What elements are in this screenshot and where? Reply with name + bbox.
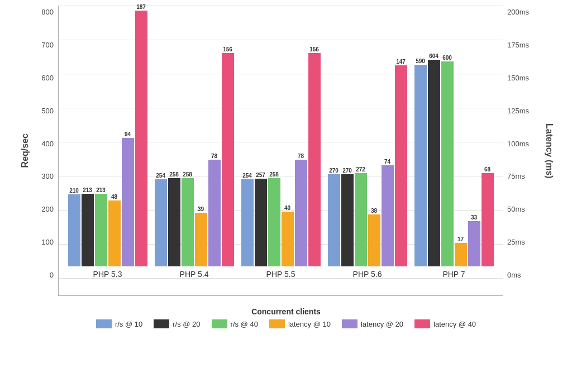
chart-area: Req/sec 0100200300400500600700800 210213… bbox=[18, 6, 554, 296]
y-axis-right-label: Latency (ms) bbox=[542, 123, 554, 179]
bar-value: 213 bbox=[83, 187, 92, 193]
y-tick-left: 500 bbox=[41, 107, 54, 115]
bar-value: 74 bbox=[384, 159, 390, 165]
bar-value: 156 bbox=[223, 46, 232, 52]
bar bbox=[255, 179, 267, 266]
legend-item-label: r/s @ 40 bbox=[231, 320, 258, 328]
bar bbox=[122, 138, 134, 266]
bar-wrapper: 210 bbox=[68, 188, 80, 266]
legend-item-label: latency @ 20 bbox=[361, 320, 403, 328]
bar-value: 258 bbox=[269, 171, 279, 178]
bar-value: 38 bbox=[371, 208, 377, 214]
bar bbox=[241, 179, 254, 266]
y-tick-right: 25ms bbox=[507, 238, 525, 246]
legend-item-label: r/s @ 20 bbox=[173, 320, 200, 328]
bar bbox=[155, 179, 167, 266]
bar-group: 2702702723874147PHP 5.6 bbox=[328, 59, 407, 279]
bar-value: 590 bbox=[416, 58, 425, 64]
bar bbox=[82, 194, 94, 266]
bar bbox=[95, 194, 107, 266]
bar bbox=[282, 212, 294, 266]
y-tick-left: 200 bbox=[41, 205, 54, 213]
bar-wrapper: 257 bbox=[255, 172, 267, 266]
legend-area: Concurrent clients r/s @ 10r/s @ 20r/s @… bbox=[18, 307, 554, 328]
chart-container: Req/sec 0100200300400500600700800 210213… bbox=[18, 6, 554, 328]
bar-wrapper: 600 bbox=[441, 55, 454, 267]
bar-value: 78 bbox=[211, 153, 217, 159]
bar-wrapper: 254 bbox=[155, 173, 167, 266]
y-tick-left: 0 bbox=[50, 271, 54, 279]
bar-value: 94 bbox=[125, 131, 131, 137]
y-tick-right: 0ms bbox=[507, 271, 521, 279]
bar bbox=[328, 174, 340, 266]
y-tick-right: 125ms bbox=[507, 107, 529, 115]
bar-wrapper: 270 bbox=[328, 168, 340, 266]
y-tick-left: 800 bbox=[41, 8, 54, 16]
legend-item: latency @ 10 bbox=[269, 319, 331, 328]
legend-color-swatch bbox=[342, 319, 358, 328]
bar-value: 270 bbox=[342, 168, 352, 174]
legend-item: r/s @ 20 bbox=[154, 319, 200, 328]
bar-group: 2102132134894187PHP 5.3 bbox=[68, 4, 147, 279]
bar-value: 600 bbox=[442, 55, 452, 61]
legend-item-label: r/s @ 10 bbox=[115, 320, 142, 328]
legend-item: latency @ 40 bbox=[414, 319, 476, 328]
bar-wrapper: 78 bbox=[295, 153, 307, 266]
y-tick-right: 50ms bbox=[507, 205, 525, 213]
y-axis-left-label: Req/sec bbox=[18, 133, 30, 168]
bar-group: 2542582583978156PHP 5.4 bbox=[155, 46, 234, 279]
bar-wrapper: 38 bbox=[368, 208, 380, 266]
group-label: PHP 5.4 bbox=[180, 270, 209, 279]
legend-item-label: latency @ 10 bbox=[288, 320, 331, 328]
bars: 2542572584078156 bbox=[241, 46, 321, 266]
bar bbox=[468, 221, 480, 266]
bar-value: 604 bbox=[429, 53, 438, 59]
bar-wrapper: 213 bbox=[82, 187, 94, 266]
bar-wrapper: 17 bbox=[455, 236, 467, 266]
y-tick-left: 400 bbox=[41, 140, 54, 148]
bar-wrapper: 33 bbox=[468, 214, 480, 266]
bar-wrapper: 156 bbox=[308, 46, 321, 266]
groups-container: 2102132134894187PHP 5.32542582583978156P… bbox=[59, 6, 503, 279]
bar bbox=[341, 174, 354, 266]
y-tick-left: 100 bbox=[41, 238, 54, 246]
y-tick-right: 175ms bbox=[507, 41, 529, 49]
bar bbox=[368, 214, 380, 266]
bar bbox=[208, 160, 221, 266]
bars: 2542582583978156 bbox=[155, 46, 234, 266]
bar-value: 270 bbox=[329, 168, 339, 174]
bar bbox=[222, 53, 234, 266]
group-label: PHP 5.6 bbox=[353, 270, 382, 279]
bar bbox=[455, 243, 467, 266]
bar-wrapper: 94 bbox=[122, 131, 134, 266]
bar-value: 147 bbox=[396, 59, 406, 65]
bar-value: 17 bbox=[457, 236, 464, 242]
y-axis-right: 0ms25ms50ms75ms100ms125ms150ms175ms200ms bbox=[503, 6, 542, 296]
bar-value: 48 bbox=[111, 194, 117, 200]
plot-area: 2102132134894187PHP 5.32542582583978156P… bbox=[58, 6, 503, 296]
bar-wrapper: 590 bbox=[414, 58, 427, 266]
y-tick-left: 300 bbox=[41, 172, 54, 180]
legend-item-label: latency @ 40 bbox=[433, 320, 476, 328]
bar bbox=[428, 60, 440, 266]
bar bbox=[182, 178, 194, 266]
bar bbox=[195, 213, 207, 266]
bar-value: 187 bbox=[136, 4, 146, 10]
bar-wrapper: 48 bbox=[108, 194, 121, 266]
bar bbox=[108, 200, 121, 266]
legend-item: r/s @ 10 bbox=[96, 319, 142, 328]
legend-color-swatch bbox=[414, 319, 430, 328]
group-label: PHP 5.3 bbox=[93, 270, 122, 279]
bar-wrapper: 147 bbox=[395, 59, 407, 266]
bars: 2702702723874147 bbox=[328, 59, 407, 266]
bar bbox=[382, 165, 394, 266]
bar-value: 210 bbox=[69, 188, 79, 194]
bar bbox=[482, 173, 494, 266]
bar bbox=[268, 178, 280, 266]
bar-wrapper: 39 bbox=[195, 206, 207, 266]
legend-color-swatch bbox=[96, 319, 112, 328]
bar bbox=[395, 65, 407, 266]
y-tick-right: 100ms bbox=[507, 140, 529, 148]
y-tick-right: 200ms bbox=[507, 8, 529, 16]
bar-value: 254 bbox=[156, 173, 165, 179]
